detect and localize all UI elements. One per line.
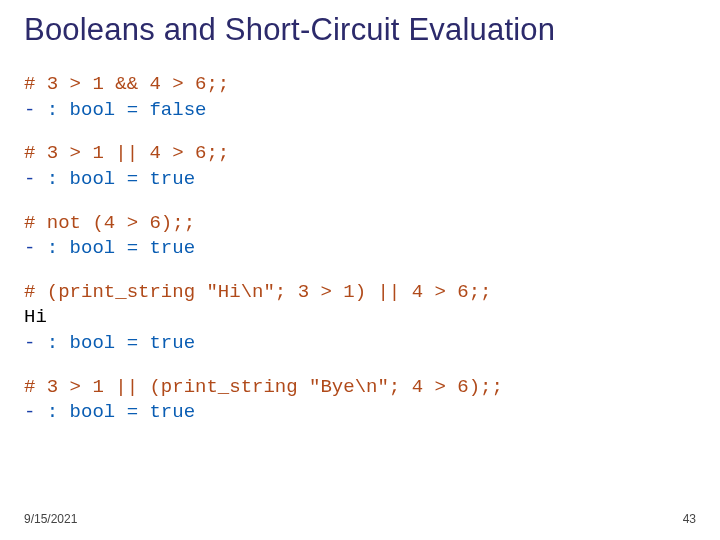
code-expr: not (4 > 6);; — [47, 212, 195, 234]
code-expr: (print_string "Hi\n"; 3 > 1) || 4 > 6;; — [47, 281, 492, 303]
result-dash: - — [24, 99, 47, 121]
code-expr: 3 > 1 || (print_string "Bye\n"; 4 > 6);; — [47, 376, 503, 398]
footer-page-number: 43 — [683, 512, 696, 526]
result-value: true — [149, 332, 195, 354]
result-type: : bool = — [47, 99, 150, 121]
prompt-hash: # — [24, 376, 47, 398]
code-block: # (print_string "Hi\n"; 3 > 1) || 4 > 6;… — [24, 280, 696, 357]
prompt-hash: # — [24, 281, 47, 303]
result-type: : bool = — [47, 168, 150, 190]
result-value: true — [149, 168, 195, 190]
code-block: # 3 > 1 || (print_string "Bye\n"; 4 > 6)… — [24, 375, 696, 426]
code-block: # not (4 > 6);; - : bool = true — [24, 211, 696, 262]
result-value: true — [149, 237, 195, 259]
stdout-line: Hi — [24, 306, 47, 328]
result-dash: - — [24, 332, 47, 354]
prompt-hash: # — [24, 212, 47, 234]
result-type: : bool = — [47, 237, 150, 259]
code-expr: 3 > 1 || 4 > 6;; — [47, 142, 229, 164]
prompt-hash: # — [24, 73, 47, 95]
result-dash: - — [24, 237, 47, 259]
page-title: Booleans and Short-Circuit Evaluation — [24, 12, 696, 48]
result-dash: - — [24, 168, 47, 190]
prompt-hash: # — [24, 142, 47, 164]
result-type: : bool = — [47, 401, 150, 423]
code-block: # 3 > 1 && 4 > 6;; - : bool = false — [24, 72, 696, 123]
result-dash: - — [24, 401, 47, 423]
code-expr: 3 > 1 && 4 > 6;; — [47, 73, 229, 95]
code-block: # 3 > 1 || 4 > 6;; - : bool = true — [24, 141, 696, 192]
result-value: false — [149, 99, 206, 121]
footer-date: 9/15/2021 — [24, 512, 77, 526]
slide: Booleans and Short-Circuit Evaluation # … — [0, 0, 720, 540]
result-value: true — [149, 401, 195, 423]
result-type: : bool = — [47, 332, 150, 354]
